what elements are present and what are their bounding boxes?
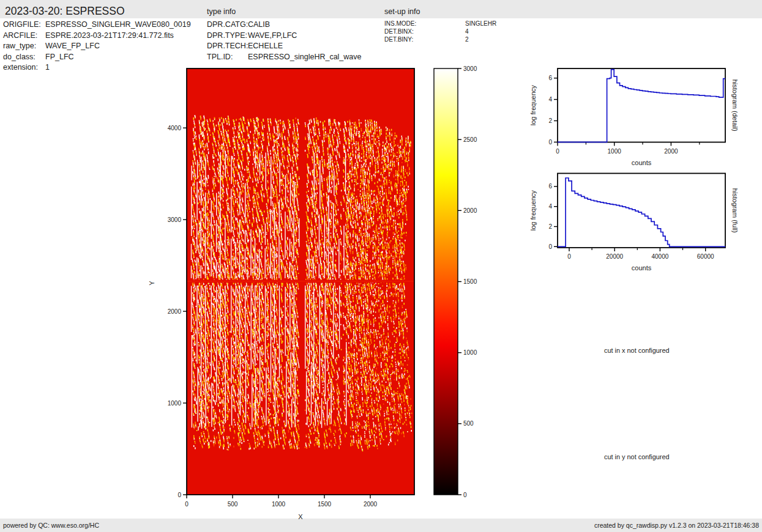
svg-text:log frequency: log frequency xyxy=(529,190,537,231)
svg-text:40000: 40000 xyxy=(651,253,668,260)
svg-text:DPR.CATG:: DPR.CATG: xyxy=(207,20,248,29)
svg-text:1000: 1000 xyxy=(608,148,622,155)
svg-text:cut in y not configured: cut in y not configured xyxy=(604,453,670,460)
svg-text:extension:: extension: xyxy=(3,63,38,72)
svg-text:60000: 60000 xyxy=(697,253,714,260)
svg-text:500: 500 xyxy=(228,501,238,508)
svg-text:ARCFILE:: ARCFILE: xyxy=(3,31,37,40)
svg-text:CALIB: CALIB xyxy=(248,20,270,29)
svg-text:0: 0 xyxy=(556,148,559,155)
svg-text:20000: 20000 xyxy=(606,253,623,260)
svg-text:2500: 2500 xyxy=(463,136,477,143)
svg-text:1500: 1500 xyxy=(318,501,332,508)
svg-text:SINGLEHR: SINGLEHR xyxy=(465,20,496,27)
svg-text:Y: Y xyxy=(148,281,155,286)
svg-text:DPR.TECH:: DPR.TECH: xyxy=(207,42,248,50)
svg-text:1000: 1000 xyxy=(463,349,477,356)
svg-text:0: 0 xyxy=(177,492,181,498)
svg-text:1000: 1000 xyxy=(272,501,286,508)
svg-text:histogram (full): histogram (full) xyxy=(731,188,739,233)
svg-text:0: 0 xyxy=(185,501,189,508)
svg-text:4: 4 xyxy=(465,28,469,35)
svg-text:WAVE,FP,LFC: WAVE,FP,LFC xyxy=(248,31,297,40)
svg-text:ECHELLE: ECHELLE xyxy=(248,42,283,50)
svg-text:counts: counts xyxy=(632,264,652,272)
svg-text:2000: 2000 xyxy=(364,501,378,508)
svg-text:ORIGFILE:: ORIGFILE: xyxy=(3,20,41,29)
svg-text:2: 2 xyxy=(465,36,469,43)
svg-text:DET.BINX:: DET.BINX: xyxy=(384,28,414,35)
svg-text:1500: 1500 xyxy=(463,278,477,285)
svg-text:0: 0 xyxy=(548,243,552,250)
svg-text:set-up info: set-up info xyxy=(384,7,420,16)
svg-text:DPR.TYPE:: DPR.TYPE: xyxy=(207,31,247,40)
svg-text:4: 4 xyxy=(548,203,552,210)
svg-text:counts: counts xyxy=(632,159,652,166)
svg-text:created by qc_rawdisp.py v1.2.: created by qc_rawdisp.py v1.2.3 on 2023-… xyxy=(594,522,759,529)
svg-text:histogram (detail): histogram (detail) xyxy=(731,79,739,131)
svg-text:TPL.ID:: TPL.ID: xyxy=(207,53,233,61)
svg-text:3000: 3000 xyxy=(168,216,182,223)
svg-text:ESPRESSO_singleHR_cal_wave: ESPRESSO_singleHR_cal_wave xyxy=(248,53,362,61)
svg-text:raw_type:: raw_type: xyxy=(3,42,36,50)
svg-text:2: 2 xyxy=(548,223,552,230)
svg-text:4000: 4000 xyxy=(168,125,182,131)
svg-text:cut in x not configured: cut in x not configured xyxy=(604,347,670,354)
svg-text:do_class:: do_class: xyxy=(3,53,35,61)
svg-text:type info: type info xyxy=(207,7,236,16)
svg-text:log frequency: log frequency xyxy=(529,85,537,126)
svg-text:powered by QC: www.eso.org/HC: powered by QC: www.eso.org/HC xyxy=(3,522,99,529)
svg-text:4: 4 xyxy=(548,96,552,103)
svg-text:FP_LFC: FP_LFC xyxy=(45,53,74,61)
svg-text:500: 500 xyxy=(463,420,474,427)
svg-text:2023-03-20: ESPRESSO: 2023-03-20: ESPRESSO xyxy=(5,5,125,17)
svg-text:0: 0 xyxy=(567,253,571,260)
svg-text:WAVE_FP_LFC: WAVE_FP_LFC xyxy=(45,42,100,50)
svg-text:ESPRESSO_SINGLEHR_WAVE080_0019: ESPRESSO_SINGLEHR_WAVE080_0019 xyxy=(45,20,191,29)
svg-text:0: 0 xyxy=(463,492,467,498)
svg-text:1000: 1000 xyxy=(168,400,182,407)
svg-text:ESPRE.2023-03-21T17:29:41.772.: ESPRE.2023-03-21T17:29:41.772.fits xyxy=(45,31,174,40)
svg-text:6: 6 xyxy=(548,75,552,81)
svg-text:X: X xyxy=(298,513,303,520)
svg-text:1: 1 xyxy=(45,63,50,72)
svg-text:DET.BINY:: DET.BINY: xyxy=(384,36,413,43)
svg-text:2000: 2000 xyxy=(168,308,182,315)
svg-text:3000: 3000 xyxy=(463,65,477,72)
svg-text:2: 2 xyxy=(548,117,552,124)
svg-text:6: 6 xyxy=(548,183,552,190)
svg-text:2000: 2000 xyxy=(664,148,678,155)
svg-text:INS.MODE:: INS.MODE: xyxy=(384,20,416,27)
svg-text:0: 0 xyxy=(548,139,552,146)
svg-text:2000: 2000 xyxy=(463,207,477,214)
